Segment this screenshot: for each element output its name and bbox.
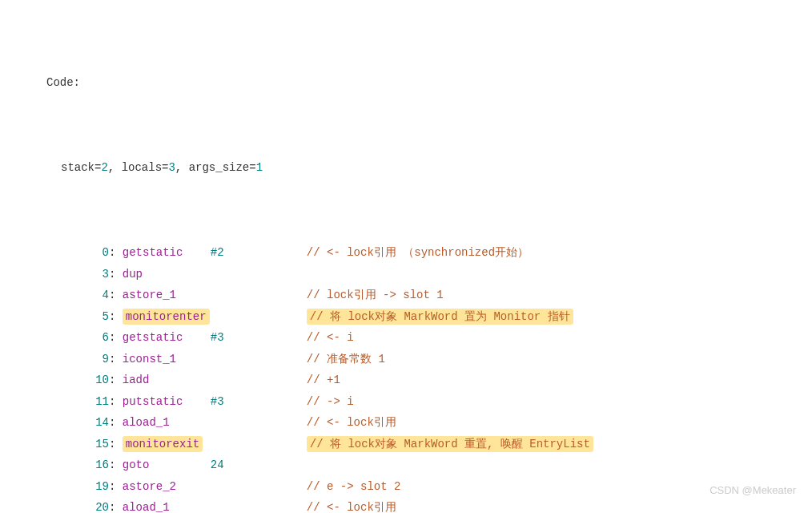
offset: 0 [74,242,109,264]
instruction: iadd [123,370,211,391]
instruction: goto [123,454,211,476]
comment: // <- lock引用 （synchronized开始） [307,242,529,264]
instruction: iconst_1 [123,349,211,370]
bytecode-line: 4: astore_1// lock引用 -> slot 1 [16,285,812,306]
bottom-watermark: CSDN @Mekeater [709,481,796,501]
instruction: getstatic [123,327,211,349]
instruction: putstatic [123,391,211,413]
operand: #2 [211,242,307,264]
offset: 11 [74,391,109,413]
comment: // 准备常数 1 [307,349,385,370]
instruction: aload_1 [123,412,211,434]
instruction: dup [123,264,211,285]
offset: 16 [74,454,109,476]
bytecode-line: 11: putstatic#3// -> i [16,391,812,413]
instruction: astore_2 [123,476,211,498]
offset: 19 [74,476,109,498]
bytecode-line: 15: monitorexit// 将 lock对象 MarkWord 重置, … [16,434,812,455]
instruction: monitorenter [123,306,211,328]
operand: #3 [211,391,307,413]
offset: 9 [74,349,109,370]
instruction: astore_1 [123,285,211,306]
comment: // <- lock引用 [307,497,396,513]
bytecode-line: 14: aload_1// <- lock引用 [16,412,812,434]
operand: #3 [211,327,307,349]
header-label: Code: [46,72,80,94]
offset: 14 [74,412,109,434]
offset: 20 [74,497,109,513]
offset: 15 [74,434,109,455]
stack-info: stack=2, locals=3, args_size=1 [16,157,812,179]
comment: // 将 lock对象 MarkWord 置为 Monitor 指针 [307,306,573,328]
comment: // lock引用 -> slot 1 [307,285,444,306]
bytecode-line: 9: iconst_1// 准备常数 1 [16,349,812,370]
bytecode-line: 3: dup [16,264,812,285]
comment: // <- i [307,327,354,349]
bytecode-line: 10: iadd// +1 [16,370,812,391]
offset: 10 [74,370,109,391]
offset: 3 [74,264,109,285]
bytecode-listing: Code: stack=2, locals=3, args_size=1 0: … [16,8,812,513]
comment: // <- lock引用 [307,412,396,434]
comment: // e -> slot 2 [307,476,401,498]
comment: // 将 lock对象 MarkWord 重置, 唤醒 EntryList [307,434,593,455]
offset: 4 [74,285,109,306]
instruction: aload_1 [123,497,211,513]
comment: // -> i [307,391,354,413]
offset: 6 [74,327,109,349]
code-header: Code: [16,72,812,94]
bytecode-line: 16: goto24 [16,454,812,476]
instruction: getstatic [123,242,211,264]
operand: 24 [211,454,307,476]
bytecode-line: 19: astore_2// e -> slot 2 [16,476,812,498]
bytecode-line: 0: getstatic#2// <- lock引用 （synchronized… [16,242,812,264]
bytecode-line: 20: aload_1// <- lock引用 [16,497,812,513]
bytecode-line: 6: getstatic#3// <- i [16,327,812,349]
instruction: monitorexit [123,434,211,455]
offset: 5 [74,306,109,328]
comment: // +1 [307,370,340,391]
bytecode-line: 5: monitorenter// 将 lock对象 MarkWord 置为 M… [16,306,812,328]
